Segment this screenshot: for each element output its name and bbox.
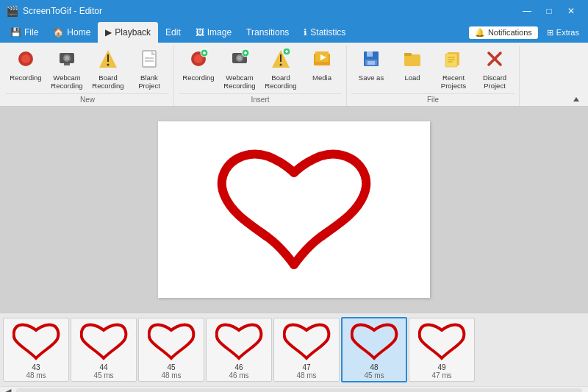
board-recording-button[interactable]: Board Recording xyxy=(88,46,128,92)
svg-rect-40 xyxy=(445,54,457,67)
svg-rect-36 xyxy=(368,61,375,65)
film-frame-45[interactable]: 45 48 ms xyxy=(138,318,204,382)
app-icon: 🎬 xyxy=(6,5,18,17)
film-frame-47[interactable]: 47 48 ms xyxy=(273,318,340,382)
frame-ms-48: 45 ms xyxy=(364,371,384,379)
film-frame-49[interactable]: 49 47 ms xyxy=(409,318,475,382)
bell-icon: 🔔 xyxy=(475,28,485,38)
filmstrip: 43 48 ms 44 45 ms 45 48 ms 46 46 ms 47 4… xyxy=(0,313,588,386)
film-heart-45 xyxy=(148,321,196,362)
stats-icon: ℹ xyxy=(304,27,307,38)
film-heart-46 xyxy=(215,321,263,362)
frame-ms-43: 48 ms xyxy=(26,371,46,379)
frame-ms-49: 47 ms xyxy=(431,371,451,379)
blank-icon xyxy=(139,49,159,72)
close-button[interactable]: ✕ xyxy=(560,0,582,22)
playback-icon: ▶ xyxy=(105,27,112,38)
frame-ms-46: 46 ms xyxy=(229,371,248,379)
frame-id-48: 48 xyxy=(370,363,378,371)
save-icon xyxy=(361,49,381,72)
insert-webcam-button[interactable]: Webcam Recording xyxy=(220,46,259,92)
ribbon-group-file: Save as Load xyxy=(347,46,520,106)
svg-point-4 xyxy=(65,56,69,60)
save-as-button[interactable]: Save as xyxy=(351,46,391,90)
grid-icon: ⊞ xyxy=(547,28,553,38)
tab-file[interactable]: 💾 File xyxy=(3,22,46,43)
film-heart-48 xyxy=(351,321,398,362)
frame-id-44: 44 xyxy=(99,363,107,371)
film-heart-43 xyxy=(12,321,60,362)
recent-icon xyxy=(443,49,464,72)
film-frame-44[interactable]: 44 45 ms xyxy=(71,318,137,382)
tab-image[interactable]: 🖼 Image xyxy=(188,22,239,43)
svg-rect-37 xyxy=(404,54,420,66)
filmstrip-scrollbar[interactable] xyxy=(16,388,582,392)
ribbon-collapse-button[interactable] xyxy=(569,94,584,106)
recording-icon xyxy=(15,49,36,72)
menubar: 💾 File 🏠 Home ▶ Playback Edit 🖼 Image Tr… xyxy=(0,22,588,43)
file-icon: 💾 xyxy=(10,27,21,38)
film-heart-49 xyxy=(418,321,466,362)
insert-recording-button[interactable]: Recording xyxy=(179,46,218,90)
ribbon-group-insert: Recording Webcam Recording xyxy=(174,46,347,106)
blank-project-button[interactable]: Blank Project xyxy=(129,46,169,92)
frame-id-47: 47 xyxy=(302,363,310,371)
webcam-icon xyxy=(57,49,77,72)
insert-webcam-icon xyxy=(229,49,250,72)
home-icon: 🏠 xyxy=(53,27,64,38)
svg-marker-46 xyxy=(573,97,579,101)
insert-recording-icon xyxy=(188,49,209,72)
tab-statistics[interactable]: ℹ Statistics xyxy=(296,22,353,43)
load-button[interactable]: Load xyxy=(392,46,432,90)
svg-rect-38 xyxy=(404,53,412,56)
svg-point-26 xyxy=(280,64,282,66)
app-title: ScreenToGif - Editor xyxy=(23,6,516,16)
frame-id-46: 46 xyxy=(234,363,243,371)
canvas-frame xyxy=(158,121,430,298)
frame-ms-47: 48 ms xyxy=(296,371,316,379)
ribbon-group-new: Recording Webcam Recording xyxy=(4,46,174,106)
media-button[interactable]: Media xyxy=(302,46,342,90)
canvas-area xyxy=(0,107,588,313)
recording-button[interactable]: Recording xyxy=(6,46,46,90)
board-icon xyxy=(98,49,118,72)
file-group-label: File xyxy=(351,93,514,106)
load-icon xyxy=(402,49,423,72)
new-group-label: New xyxy=(6,93,169,106)
svg-point-20 xyxy=(237,56,242,60)
menu-right: 🔔 Notifications ⊞ Extras xyxy=(469,22,585,43)
maximize-button[interactable]: □ xyxy=(538,0,560,22)
frame-id-49: 49 xyxy=(437,363,445,371)
insert-board-button[interactable]: Board Recording xyxy=(261,46,301,92)
discard-button[interactable]: Discard Project xyxy=(475,46,514,92)
frame-id-43: 43 xyxy=(32,363,40,371)
window-controls: — □ ✕ xyxy=(516,0,582,22)
extras-button[interactable]: ⊞ Extras xyxy=(541,26,585,39)
titlebar: 🎬 ScreenToGif - Editor — □ ✕ xyxy=(0,0,588,22)
film-frame-48[interactable]: 48 45 ms xyxy=(341,317,407,382)
filmstrip-scroll-left[interactable]: ◀ xyxy=(3,387,13,392)
notifications-button[interactable]: 🔔 Notifications xyxy=(469,26,538,39)
discard-icon xyxy=(484,49,505,72)
film-heart-44 xyxy=(80,321,128,362)
frame-id-45: 45 xyxy=(167,363,175,371)
film-frame-43[interactable]: 43 48 ms xyxy=(3,318,69,382)
tab-home[interactable]: 🏠 Home xyxy=(46,22,98,43)
tab-edit[interactable]: Edit xyxy=(158,22,188,43)
svg-rect-5 xyxy=(64,63,70,65)
image-icon: 🖼 xyxy=(196,27,204,38)
heart-drawing xyxy=(169,129,419,291)
svg-point-8 xyxy=(107,64,110,66)
tab-transitions[interactable]: Transitions xyxy=(239,22,296,43)
svg-rect-34 xyxy=(367,51,373,57)
insert-group-label: Insert xyxy=(179,93,342,106)
webcam-recording-button[interactable]: Webcam Recording xyxy=(47,46,87,92)
film-heart-47 xyxy=(283,321,331,362)
film-frame-46[interactable]: 46 46 ms xyxy=(206,318,272,382)
minimize-button[interactable]: — xyxy=(516,0,538,22)
ribbon: Recording Webcam Recording xyxy=(0,43,588,107)
recent-projects-button[interactable]: Recent Projects xyxy=(434,46,473,92)
tab-playback[interactable]: ▶ Playback xyxy=(98,22,158,43)
frame-ms-45: 48 ms xyxy=(161,371,181,379)
media-icon xyxy=(312,49,332,72)
